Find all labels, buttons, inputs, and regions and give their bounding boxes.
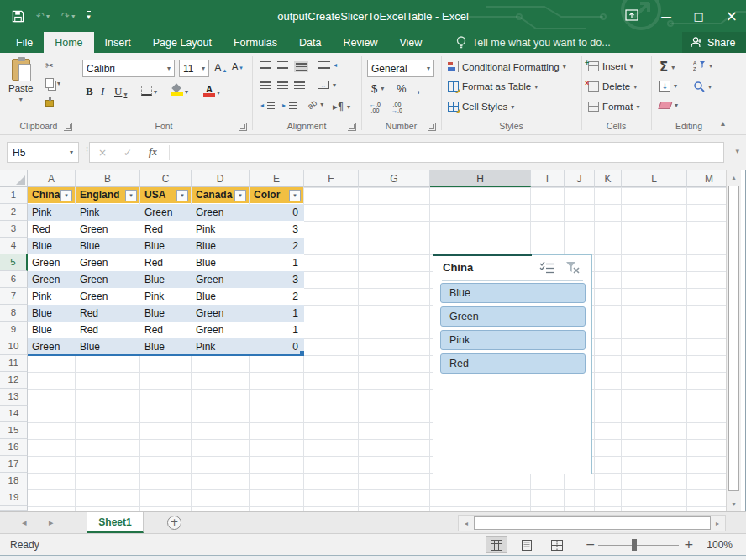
orientation-button[interactable]: ab▾ xyxy=(307,100,323,109)
tell-me-box[interactable]: Tell me what you want to do... xyxy=(456,32,611,53)
cell-D6[interactable]: Green xyxy=(192,271,249,288)
align-center-button[interactable] xyxy=(277,81,288,89)
cell-E3[interactable]: 3 xyxy=(250,221,303,238)
fill-color-button[interactable]: ▾ xyxy=(171,85,188,96)
slicer-china[interactable]: China BlueGreenPinkRed xyxy=(433,254,592,474)
font-color-button[interactable]: A▾ xyxy=(203,84,220,97)
column-header-D[interactable]: D xyxy=(192,170,250,187)
name-box[interactable]: H5 ▾ xyxy=(7,142,79,163)
conditional-formatting-button[interactable]: Conditional Formatting▾ xyxy=(448,61,566,72)
decrease-indent-button[interactable]: ◂ xyxy=(260,102,275,109)
vertical-scroll-thumb[interactable] xyxy=(728,186,739,491)
autosum-button[interactable]: Σ▾ xyxy=(659,60,675,75)
comma-style-button[interactable]: , xyxy=(417,81,420,95)
format-as-table-button[interactable]: Format as Table▾ xyxy=(448,81,538,92)
cell-C10[interactable]: Blue xyxy=(140,338,191,355)
copy-button[interactable]: ▾ xyxy=(45,78,60,88)
column-header-K[interactable]: K xyxy=(595,170,622,187)
view-normal-button[interactable] xyxy=(486,536,507,553)
select-all-corner[interactable] xyxy=(0,170,28,187)
close-button[interactable]: × xyxy=(726,8,738,24)
customize-qat-icon[interactable]: ▾ xyxy=(87,11,91,21)
shrink-font-button[interactable]: A▾ xyxy=(232,61,243,71)
cell-B2[interactable]: Pink xyxy=(76,204,139,221)
horizontal-scroll-thumb[interactable] xyxy=(474,516,711,530)
cell-A8[interactable]: Blue xyxy=(28,305,75,322)
slicer-multiselect-icon[interactable] xyxy=(539,261,554,274)
column-header-E[interactable]: E xyxy=(250,170,304,187)
cancel-formula-icon[interactable]: × xyxy=(90,147,115,159)
cell-D2[interactable]: Green xyxy=(192,204,249,221)
cell-C9[interactable]: Red xyxy=(140,322,191,338)
cell-A2[interactable]: Pink xyxy=(28,204,75,221)
cut-button[interactable]: ✂ xyxy=(45,60,54,71)
borders-button[interactable]: ▾ xyxy=(141,86,157,96)
cell-B6[interactable]: Green xyxy=(76,271,139,288)
column-header-L[interactable]: L xyxy=(622,170,687,187)
sort-filter-button[interactable]: AZ ▾ xyxy=(693,60,712,71)
row-header-15[interactable]: 15 xyxy=(0,422,28,439)
tab-data[interactable]: Data xyxy=(288,32,332,53)
cell-B3[interactable]: Green xyxy=(76,221,139,238)
cell-E9[interactable]: 1 xyxy=(250,322,303,338)
cell-B10[interactable]: Blue xyxy=(76,338,139,355)
zoom-in-button[interactable]: + xyxy=(684,537,694,551)
grow-font-button[interactable]: A▴ xyxy=(214,61,226,74)
sheet-nav-left-icon[interactable]: ◂ xyxy=(22,517,27,528)
zoom-level[interactable]: 100% xyxy=(707,539,733,551)
fill-button[interactable]: ↓▾ xyxy=(659,81,677,92)
column-header-A[interactable]: A xyxy=(28,170,76,187)
tab-home[interactable]: Home xyxy=(44,32,93,53)
cell-E7[interactable]: 2 xyxy=(250,288,303,305)
cell-B5[interactable]: Green xyxy=(76,254,139,271)
zoom-out-button[interactable]: − xyxy=(586,537,596,551)
filter-button-E[interactable]: ▾ xyxy=(289,190,301,201)
cell-styles-button[interactable]: Cell Styles▾ xyxy=(448,102,514,112)
cell-E2[interactable]: 0 xyxy=(250,204,303,221)
slicer-item-green[interactable]: Green xyxy=(440,306,586,327)
align-top-button[interactable] xyxy=(260,61,271,69)
cell-E8[interactable]: 1 xyxy=(250,305,303,322)
column-header-J[interactable]: J xyxy=(565,170,595,187)
expand-formula-bar-icon[interactable]: ▾ xyxy=(735,147,739,155)
sheet-tab-sheet1[interactable]: Sheet1 xyxy=(87,512,144,533)
filter-button-D[interactable]: ▾ xyxy=(234,190,246,201)
row-header-18[interactable]: 18 xyxy=(0,473,28,489)
number-dialog-launcher[interactable] xyxy=(428,123,436,131)
row-header-13[interactable]: 13 xyxy=(0,389,28,406)
column-header-G[interactable]: G xyxy=(359,170,430,187)
cell-A3[interactable]: Red xyxy=(28,221,75,238)
filter-button-B[interactable]: ▾ xyxy=(125,190,137,201)
filter-button-A[interactable]: ▾ xyxy=(60,190,72,201)
cell-D8[interactable]: Green xyxy=(192,305,249,322)
redo-icon[interactable]: ↷▾ xyxy=(61,10,75,22)
cell-A4[interactable]: Blue xyxy=(28,238,75,254)
row-header-11[interactable]: 11 xyxy=(0,355,28,372)
tab-file[interactable]: File xyxy=(5,32,44,53)
scroll-right-icon[interactable]: ▸ xyxy=(712,520,722,527)
column-header-B[interactable]: B xyxy=(76,170,140,187)
align-bottom-button[interactable] xyxy=(294,61,308,72)
align-left-button[interactable] xyxy=(260,81,271,89)
insert-function-icon[interactable]: fx xyxy=(140,146,165,159)
cell-A9[interactable]: Blue xyxy=(28,322,75,338)
slicer-header[interactable]: China xyxy=(433,255,591,280)
cell-E10[interactable]: 0 xyxy=(250,338,303,355)
tab-review[interactable]: Review xyxy=(332,32,388,53)
find-select-button[interactable]: ▾ xyxy=(693,81,712,92)
minimize-button[interactable]: — xyxy=(660,10,671,23)
tab-view[interactable]: View xyxy=(388,32,433,53)
zoom-slider-track[interactable] xyxy=(598,545,679,546)
ribbon-display-options-icon[interactable] xyxy=(625,9,638,24)
cell-B9[interactable]: Red xyxy=(76,322,139,338)
maximize-button[interactable]: □ xyxy=(693,10,703,23)
cell-C8[interactable]: Blue xyxy=(140,305,191,322)
cell-A6[interactable]: Green xyxy=(28,271,75,288)
slicer-clear-filter-icon[interactable] xyxy=(565,261,580,274)
cell-D3[interactable]: Pink xyxy=(192,221,249,238)
column-header-F[interactable]: F xyxy=(304,170,359,187)
alignment-dialog-launcher[interactable] xyxy=(348,123,356,131)
row-header-4[interactable]: 4 xyxy=(0,238,28,254)
cell-D7[interactable]: Blue xyxy=(192,288,249,305)
scroll-up-icon[interactable]: ▴ xyxy=(727,174,741,181)
